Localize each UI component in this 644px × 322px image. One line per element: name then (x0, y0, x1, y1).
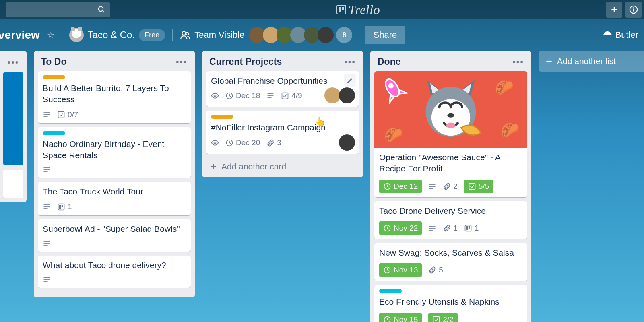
watch-icon (211, 139, 219, 147)
trello-logo-icon (336, 5, 346, 14)
card-partial[interactable] (3, 72, 23, 165)
attachment-badge: 5 (428, 266, 443, 275)
card[interactable]: New Swag: Socks, Scarves & Salsa Nov 13 … (374, 243, 527, 281)
info-button[interactable] (625, 2, 642, 18)
due-badge: Dec 20 (225, 138, 260, 147)
due-complete-badge: Nov 13 (379, 263, 422, 277)
card-label-cyan[interactable] (43, 131, 65, 135)
team-icon (180, 30, 190, 40)
description-icon (43, 166, 51, 174)
list-current-projects: Current Projects ••• Global Franchise Op… (202, 51, 363, 177)
team-name: Taco & Co. (88, 29, 135, 41)
due-badge: Dec 18 (225, 91, 260, 100)
svg-point-0 (99, 7, 103, 12)
star-button[interactable]: ☆ (47, 30, 54, 40)
svg-point-7 (182, 31, 186, 35)
svg-rect-50 (469, 183, 475, 189)
card[interactable]: #NoFiller Instagram Campaign Dec 20 3 (206, 111, 359, 153)
member-avatars[interactable]: 8 (252, 27, 352, 43)
card-label-cyan[interactable] (379, 289, 402, 293)
list-todo: To Do ••• Build A Better Burrito: 7 Laye… (34, 51, 195, 297)
add-card-button[interactable]: Add another card (206, 158, 359, 171)
card-member-avatar[interactable] (339, 134, 355, 151)
card[interactable]: Taco Drone Delivery Service Nov 22 1 1 (374, 201, 527, 239)
create-button[interactable] (606, 2, 622, 18)
divider (62, 29, 62, 41)
svg-point-45 (446, 123, 456, 128)
card-partial[interactable] (3, 170, 23, 198)
card-member-avatar[interactable] (339, 87, 355, 103)
share-button[interactable]: Share (365, 26, 405, 44)
team-link[interactable]: Taco & Co. Free (69, 28, 165, 42)
card-member-avatar[interactable] (324, 87, 341, 103)
card[interactable]: 🌮 🌮 🌮 Operation "Awesome Sauce" (374, 71, 527, 197)
search-icon (97, 6, 105, 14)
card-title: The Taco Truck World Tour (43, 186, 186, 197)
member-overflow-count[interactable]: 8 (336, 27, 352, 43)
member-avatar[interactable] (318, 27, 334, 43)
card[interactable]: Eco Friendly Utensils & Napkins Nov 15 2… (374, 285, 527, 322)
card[interactable]: What about Taco drone delivery? (38, 256, 191, 288)
list-menu-button[interactable]: ••• (3, 55, 23, 68)
list-done: Done ••• 🌮 🌮 🌮 (370, 51, 531, 322)
info-icon (629, 5, 638, 14)
svg-point-44 (448, 113, 454, 118)
due-complete-badge: Nov 15 (379, 313, 422, 322)
visibility-button[interactable]: Team Visible (180, 30, 244, 40)
svg-rect-23 (62, 205, 63, 207)
plus-icon (610, 6, 618, 14)
card-title: New Swag: Socks, Scarves & Salsa (379, 247, 522, 258)
card[interactable]: Superbowl Ad - "Super Salad Bowls" (38, 219, 191, 252)
plus-icon (545, 57, 553, 65)
add-list-label: Add another list (557, 56, 616, 66)
card-title: Global Franchise Opportunities (211, 75, 354, 87)
edit-card-button[interactable] (344, 74, 356, 87)
list-title[interactable]: To Do (41, 56, 66, 67)
description-icon (43, 239, 51, 248)
visibility-label: Team Visible (194, 30, 244, 40)
add-list-button[interactable]: Add another list (539, 51, 644, 72)
card-title: Operation "Awesome Sauce" - A Recipe For… (379, 152, 522, 175)
search-input[interactable] (6, 2, 110, 17)
card-title: What about Taco drone delivery? (43, 260, 186, 271)
checklist-badge: 0/7 (57, 110, 78, 119)
list-title[interactable]: Current Projects (209, 56, 282, 67)
card[interactable]: Build A Better Burrito: 7 Layers To Succ… (38, 71, 191, 123)
list-title[interactable]: Done (378, 56, 401, 67)
description-icon (428, 182, 436, 190)
due-complete-badge: Dec 12 (379, 180, 422, 193)
plus-icon (209, 163, 217, 171)
card[interactable]: Global Franchise Opportunities Dec 18 4/… (206, 71, 359, 107)
card[interactable]: The Taco Truck World Tour 1 (38, 182, 191, 215)
card-label-orange[interactable] (211, 115, 233, 119)
card-label-orange[interactable] (43, 75, 65, 79)
list-menu-button[interactable]: ••• (176, 57, 188, 67)
svg-rect-57 (469, 226, 470, 229)
list-menu-button[interactable]: ••• (512, 57, 524, 67)
brand-logo[interactable]: Trello (114, 2, 603, 17)
description-icon (266, 92, 275, 100)
butler-button[interactable]: Butler (603, 30, 638, 40)
plan-badge: Free (139, 29, 165, 41)
butler-label: Butler (615, 30, 638, 40)
brand-name: Trello (349, 2, 380, 17)
pencil-icon (347, 77, 353, 84)
card-title: Eco Friendly Utensils & Napkins (379, 296, 522, 308)
list-partial[interactable]: ••• (0, 51, 27, 202)
card-title: Nacho Ordinary Birthday - Event Space Re… (43, 138, 186, 161)
card-title: Taco Drone Delivery Service (379, 205, 522, 217)
checklist-complete-badge: 5/5 (464, 180, 493, 193)
trello-attach-badge: 1 (57, 202, 72, 211)
attachment-badge: 1 (443, 224, 458, 233)
svg-rect-60 (433, 316, 440, 322)
card-title: Superbowl Ad - "Super Salad Bowls" (43, 223, 186, 235)
checklist-badge: 4/9 (281, 91, 302, 100)
card[interactable]: Nacho Ordinary Birthday - Event Space Re… (38, 127, 191, 178)
list-menu-button[interactable]: ••• (344, 57, 356, 67)
attachment-badge: 3 (266, 138, 281, 147)
team-avatar-icon (69, 28, 84, 42)
description-icon (43, 276, 51, 284)
svg-point-8 (186, 33, 189, 35)
board-title[interactable]: verview (0, 29, 40, 41)
divider (172, 29, 173, 41)
